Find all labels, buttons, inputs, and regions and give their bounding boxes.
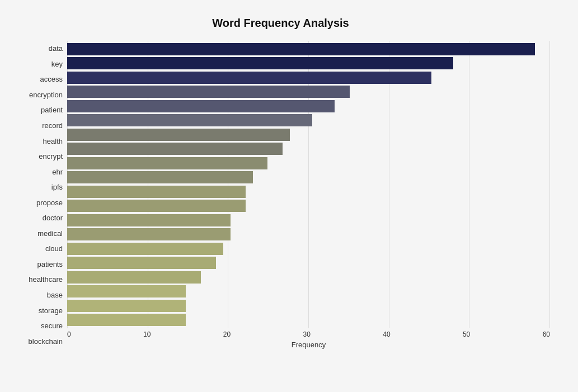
bar [67, 143, 283, 155]
x-tick: 60 [543, 330, 550, 338]
bar-row [67, 114, 550, 128]
y-label: record [11, 118, 63, 134]
bar [67, 86, 350, 98]
bar-row [67, 171, 550, 185]
chart-container: Word Frequency Analysis datakeyaccessenc… [6, 6, 572, 392]
bar-row [67, 256, 550, 271]
y-label: storage [11, 303, 63, 318]
y-label: ehr [11, 164, 63, 180]
bar-row [67, 299, 550, 313]
bar-row [67, 228, 550, 242]
bar [67, 114, 312, 126]
y-label: patient [11, 102, 63, 118]
bar [67, 171, 253, 183]
y-label: medical [11, 226, 63, 242]
grid-and-bars [67, 41, 550, 328]
y-label: health [11, 133, 63, 149]
bar [67, 129, 290, 141]
bar-row [67, 185, 550, 199]
bar [67, 186, 246, 198]
y-axis: datakeyaccessencryptionpatientrecordheal… [11, 41, 67, 349]
bar-row [67, 99, 550, 114]
bar [67, 300, 186, 312]
bars-container [67, 41, 550, 328]
bar-row [67, 127, 550, 142]
bar [67, 57, 453, 69]
bars-and-grid: 0102030405060 Frequency [67, 41, 550, 349]
bar [67, 200, 246, 212]
y-label: patients [11, 257, 63, 272]
bar-row [67, 242, 550, 256]
bar-row [67, 213, 550, 228]
x-tick: 40 [383, 330, 390, 338]
bar [67, 214, 231, 226]
y-label: ipfs [11, 180, 63, 195]
x-axis-label: Frequency [67, 341, 550, 349]
x-tick: 10 [143, 330, 151, 338]
bar [67, 243, 223, 255]
bar-row [67, 85, 550, 100]
bar [67, 271, 201, 284]
bar [67, 228, 231, 240]
y-label: encryption [11, 87, 63, 103]
bar [67, 72, 431, 84]
y-label: blockchain [11, 333, 63, 349]
bar-row [67, 285, 550, 299]
y-label: data [11, 41, 63, 56]
y-label: secure [11, 318, 63, 334]
x-ticks: 0102030405060 [67, 330, 550, 338]
y-label: healthcare [11, 272, 63, 287]
y-label: doctor [11, 210, 63, 226]
y-label: key [11, 56, 63, 72]
bar [67, 285, 186, 297]
bar-row [67, 56, 550, 71]
bar [67, 157, 267, 169]
y-label: access [11, 72, 63, 87]
bar-row [67, 70, 550, 85]
y-label: cloud [11, 241, 63, 257]
x-tick: 20 [223, 330, 231, 338]
bar [67, 314, 186, 326]
x-tick: 30 [303, 330, 310, 338]
bar-row [67, 199, 550, 214]
x-axis: 0102030405060 Frequency [67, 330, 550, 349]
bar [67, 43, 535, 55]
x-tick: 0 [67, 330, 71, 338]
bar-row [67, 142, 550, 157]
y-label: base [11, 287, 63, 303]
bar [67, 257, 216, 269]
chart-title: Word Frequency Analysis [11, 17, 550, 30]
bar-row [67, 270, 550, 285]
bar-row [67, 42, 550, 56]
bar-row [67, 156, 550, 171]
bar-row [67, 313, 550, 328]
x-tick: 50 [463, 330, 470, 338]
y-label: encrypt [11, 149, 63, 164]
y-label: propose [11, 195, 63, 210]
chart-area: datakeyaccessencryptionpatientrecordheal… [11, 41, 550, 349]
bar [67, 100, 335, 112]
